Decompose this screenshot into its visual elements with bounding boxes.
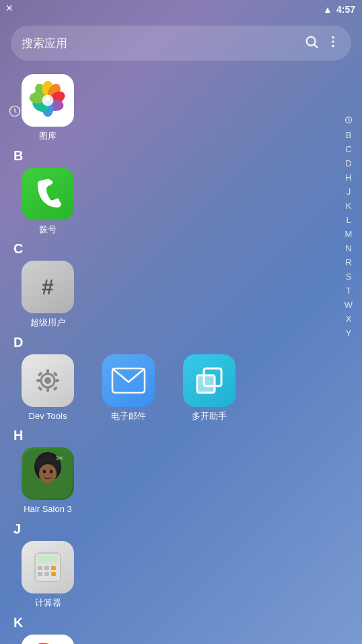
svg-rect-44: [51, 572, 56, 576]
app-list: 图库 B 拨号 C # 超级用户: [0, 74, 335, 644]
apps-row-H: ✂ Hair Salon 3: [11, 447, 324, 515]
alpha-S[interactable]: S: [345, 271, 353, 282]
apps-row-D: Dev Tools 电子邮件: [11, 354, 324, 422]
alpha-J[interactable]: J: [345, 186, 353, 197]
app-item-email[interactable]: 电子邮件: [92, 354, 166, 422]
svg-rect-42: [38, 572, 42, 576]
wifi-icon: ▲: [323, 4, 332, 15]
apps-row-B: 拨号: [11, 168, 324, 235]
app-item-superuser[interactable]: # 超级用户: [11, 261, 85, 328]
section-label-B: B: [11, 148, 324, 164]
apps-row-K: G: [11, 635, 324, 644]
app-icon-multiopen: [183, 354, 236, 407]
section-B: B 拨号: [11, 148, 324, 235]
app-name-photos: 图库: [39, 131, 57, 141]
section-label-H: H: [11, 428, 324, 443]
alpha-K[interactable]: K: [345, 200, 353, 212]
svg-rect-24: [52, 386, 58, 391]
svg-line-1: [314, 44, 318, 48]
alpha-T[interactable]: T: [345, 285, 353, 296]
svg-point-32: [42, 454, 53, 463]
section-D: D: [11, 335, 324, 422]
status-right: ▲ 4:57: [323, 4, 355, 15]
more-options-icon[interactable]: [326, 34, 340, 53]
svg-point-3: [332, 40, 334, 43]
app-icon-phone: [22, 168, 74, 220]
app-item-multiopen[interactable]: 多开助手: [172, 354, 246, 422]
app-icon-g: G: [22, 635, 74, 644]
svg-point-35: [50, 470, 52, 474]
section-label-K: K: [11, 615, 324, 631]
app-name-phone: 拨号: [39, 224, 57, 235]
svg-text:✂: ✂: [56, 453, 64, 463]
app-icon-hairsalon: ✂: [22, 447, 74, 500]
svg-point-34: [43, 470, 46, 474]
svg-point-33: [39, 464, 57, 483]
app-item-devtools[interactable]: Dev Tools: [11, 354, 85, 422]
svg-rect-17: [46, 369, 49, 374]
app-item-calculator[interactable]: 计算器: [11, 541, 85, 608]
app-name-calculator: 计算器: [35, 598, 61, 608]
hash-icon: #: [42, 276, 54, 298]
svg-rect-20: [55, 379, 59, 382]
search-icon[interactable]: [304, 34, 319, 53]
svg-rect-19: [36, 379, 41, 382]
svg-rect-38: [38, 556, 58, 562]
svg-point-16: [44, 377, 51, 384]
app-icon-calculator: [22, 541, 74, 593]
svg-rect-39: [38, 566, 42, 570]
svg-point-4: [332, 44, 334, 47]
apps-row-recent: 图库: [11, 74, 324, 141]
app-item-hairsalon[interactable]: ✂ Hair Salon 3: [11, 447, 85, 515]
alpha-W[interactable]: W: [343, 299, 354, 311]
alpha-Y[interactable]: Y: [345, 327, 353, 339]
section-J: J: [11, 521, 324, 608]
section-recent: 图库: [11, 74, 324, 141]
search-bar[interactable]: 搜索应用: [11, 26, 351, 61]
app-item-gapp[interactable]: G: [11, 635, 85, 644]
svg-point-0: [307, 36, 316, 45]
status-bar: ▲ 4:57: [0, 0, 362, 19]
app-icon-photos: [22, 74, 74, 127]
svg-rect-43: [44, 572, 49, 576]
status-time: 4:57: [336, 4, 355, 15]
alphabet-index: B C D H J K L M N R S T W X Y: [338, 74, 359, 644]
app-name-email: 电子邮件: [111, 411, 146, 422]
search-placeholder: 搜索应用: [22, 36, 297, 51]
apps-row-J: 计算器: [11, 541, 324, 608]
alpha-C[interactable]: C: [344, 143, 353, 155]
app-item-phone[interactable]: 拨号: [11, 168, 85, 235]
app-item-photos[interactable]: 图库: [11, 74, 85, 141]
section-label-D: D: [11, 335, 324, 350]
svg-rect-27: [197, 375, 215, 393]
app-icon-email: [102, 354, 155, 407]
app-name-devtools: Dev Tools: [29, 411, 67, 422]
app-name-multiopen: 多开助手: [192, 411, 227, 422]
alpha-N[interactable]: N: [344, 243, 353, 254]
section-K: K G: [11, 615, 324, 644]
alpha-L[interactable]: L: [345, 214, 352, 226]
section-label-C: C: [11, 241, 324, 257]
section-H: H: [11, 428, 324, 515]
svg-rect-41: [51, 566, 56, 570]
alpha-X[interactable]: X: [345, 313, 353, 325]
app-name-hairsalon: Hair Salon 3: [24, 504, 72, 515]
alpha-B[interactable]: B: [345, 129, 353, 141]
svg-rect-40: [44, 566, 49, 570]
svg-rect-18: [46, 387, 49, 392]
alpha-D[interactable]: D: [344, 158, 353, 169]
section-C: C # 超级用户: [11, 241, 324, 328]
alpha-H[interactable]: H: [344, 172, 353, 183]
alpha-clock[interactable]: [343, 115, 354, 127]
alpha-R[interactable]: R: [344, 257, 353, 268]
alpha-M[interactable]: M: [344, 228, 354, 240]
svg-rect-23: [38, 386, 43, 391]
svg-point-14: [42, 95, 54, 106]
app-icon-superuser: #: [22, 261, 74, 313]
app-name-superuser: 超级用户: [30, 317, 65, 328]
svg-text:G: G: [30, 636, 57, 644]
svg-point-2: [332, 36, 334, 38]
section-label-J: J: [11, 521, 324, 537]
apps-row-C: # 超级用户: [11, 261, 324, 328]
app-icon-devtools: [22, 354, 74, 407]
